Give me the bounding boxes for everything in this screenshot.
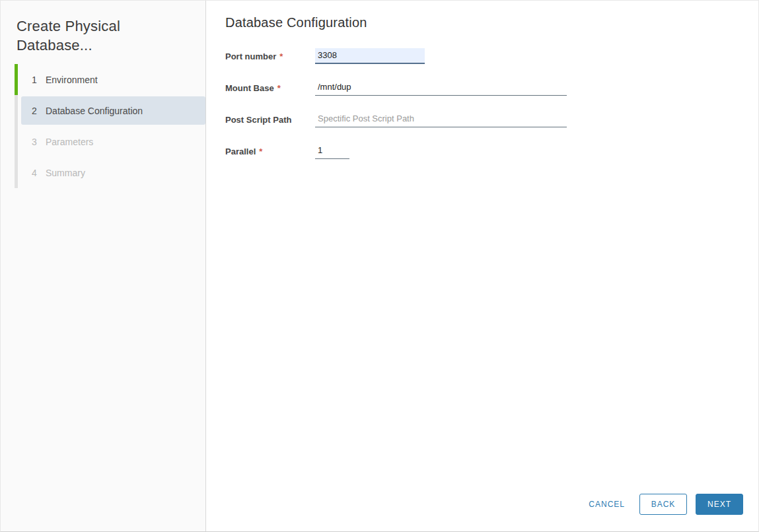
step-item-summary: 4 Summary: [15, 157, 205, 188]
cancel-button[interactable]: CANCEL: [586, 494, 628, 515]
port-number-label: Port number: [225, 51, 276, 61]
step-number: 4: [32, 168, 38, 178]
step-progress-bar: [15, 95, 18, 126]
page-title: Database Configuration: [225, 15, 758, 30]
step-label: Parameters: [46, 137, 93, 147]
wizard-stepper: 1 Environment 2 Database Configuration 3…: [15, 64, 205, 188]
required-asterisk: *: [279, 51, 283, 61]
step-progress-bar: [15, 126, 18, 157]
database-configuration-form: Port number * Mount Base * Post Script P…: [225, 48, 758, 159]
step-number: 1: [32, 75, 38, 85]
back-button[interactable]: BACK: [639, 494, 687, 515]
field-row-parallel: Parallel *: [225, 143, 758, 159]
mount-base-label: Mount Base: [225, 83, 274, 93]
field-row-mount-base: Mount Base *: [225, 80, 758, 96]
step-progress-bar: [15, 64, 18, 95]
required-asterisk: *: [277, 83, 281, 93]
wizard-page: Database Configuration Port number * Mou…: [206, 1, 758, 531]
step-label: Database Configuration: [46, 106, 143, 116]
post-script-path-input[interactable]: [315, 112, 567, 127]
step-number: 2: [32, 106, 38, 116]
wizard-title: Create Physical Database...: [1, 17, 205, 55]
step-item-parameters: 3 Parameters: [15, 126, 205, 157]
step-item-environment[interactable]: 1 Environment: [15, 64, 205, 95]
create-database-wizard: Create Physical Database... 1 Environmen…: [0, 0, 759, 532]
mount-base-input[interactable]: [315, 80, 567, 96]
step-label: Summary: [46, 168, 85, 178]
step-item-database-configuration[interactable]: 2 Database Configuration: [15, 95, 205, 126]
step-number: 3: [32, 137, 38, 147]
wizard-sidebar: Create Physical Database... 1 Environmen…: [1, 1, 206, 531]
step-progress-bar: [15, 157, 18, 188]
parallel-input[interactable]: [315, 143, 349, 159]
required-asterisk: *: [259, 147, 262, 156]
step-label: Environment: [46, 75, 98, 85]
parallel-label: Parallel: [225, 147, 256, 156]
next-button[interactable]: NEXT: [696, 494, 743, 515]
wizard-footer: CANCEL BACK NEXT: [586, 494, 743, 515]
field-row-port-number: Port number *: [225, 48, 758, 64]
post-script-path-label: Post Script Path: [225, 115, 291, 125]
port-number-input[interactable]: [315, 48, 425, 64]
field-row-post-script-path: Post Script Path: [225, 112, 758, 127]
